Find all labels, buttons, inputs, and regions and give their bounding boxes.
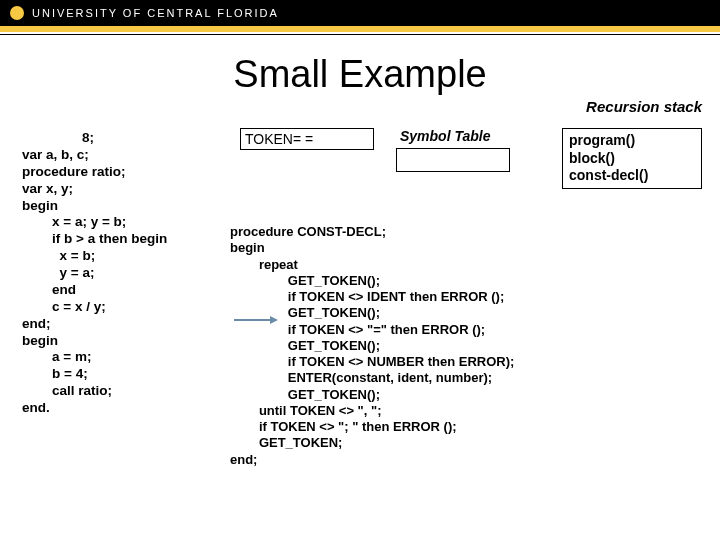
source-program-code: 8; var a, b, c; procedure ratio; var x, … <box>22 130 212 417</box>
stack-frame-2: block() <box>569 150 695 168</box>
slide-title: Small Example <box>0 53 720 96</box>
pointer-arrow-icon <box>234 316 278 324</box>
recursion-stack-box: program() block() const-decl() <box>562 128 702 189</box>
recursion-stack-label: Recursion stack <box>586 98 702 115</box>
brand-name: UNIVERSITY OF CENTRAL FLORIDA <box>32 7 279 19</box>
pegasus-icon <box>10 6 24 20</box>
brand-bar: UNIVERSITY OF CENTRAL FLORIDA <box>0 0 720 26</box>
stack-frame-3: const-decl() <box>569 167 695 185</box>
token-box: TOKEN= = <box>240 128 374 150</box>
procedure-const-decl-code: procedure CONST-DECL; begin repeat GET_T… <box>230 224 514 468</box>
symbol-table-label: Symbol Table <box>400 128 491 144</box>
gold-stripe <box>0 26 720 32</box>
thin-line <box>0 34 720 35</box>
stack-frame-1: program() <box>569 132 695 150</box>
symbol-table-box <box>396 148 510 172</box>
